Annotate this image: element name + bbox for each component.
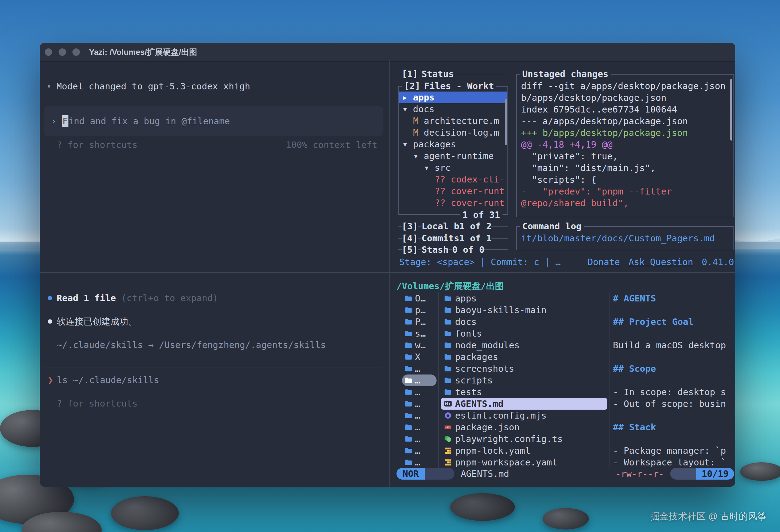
watermark-text: 掘金技术社区 @ 古时的风筝 [650, 511, 767, 522]
command-log-panel: Command log it/blob/master/docs/Custom_P… [516, 226, 734, 250]
folder-icon [444, 306, 452, 314]
ask-question-link[interactable]: Ask Question [629, 256, 693, 268]
parent-folder-row[interactable]: … [402, 421, 437, 433]
unstaged-panel-title: Unstaged changes [520, 68, 611, 80]
folder-icon [404, 447, 412, 455]
modified-badge: M [413, 115, 419, 127]
symlink-path-line: ~/.claude/skills → /Users/fengzheng/.age… [57, 339, 326, 351]
folder-icon [444, 376, 452, 384]
files-panel: [2] Files - Workt ▸ apps ▾ docs M [398, 86, 508, 215]
tree-row[interactable]: ?? cover-runt [399, 185, 507, 197]
donate-link[interactable]: Donate [588, 256, 620, 268]
tree-row[interactable]: M decision-log.m [399, 127, 507, 138]
section-number: [5] [402, 244, 418, 255]
tree-row[interactable]: ?? codex-cli- [399, 174, 507, 185]
desktop: 掘金技术社区 @ 古时的风筝 Yazi: /Volumes/扩展硬盘/出图 Mo… [0, 0, 780, 532]
commits-section-header[interactable]: [4] Commits 1 of 1 [398, 232, 508, 244]
command-text[interactable]: ls ~/.claude/skills [57, 374, 159, 386]
preview-line: # AGENTS [613, 292, 734, 304]
tree-row[interactable]: ▾ packages [399, 138, 507, 150]
file-row[interactable]: docs [441, 316, 607, 328]
diff-view[interactable]: diff --git a/apps/desktop/package.json b… [521, 80, 730, 209]
diff-line: --- a/apps/desktop/package.json [521, 115, 730, 127]
preview-column: # AGENTS ## Project Goal Build a macOS d… [613, 292, 734, 468]
parent-folder-row[interactable]: … [402, 363, 437, 375]
file-permissions: -rw-r--r- [616, 468, 664, 480]
parent-folder-row[interactable]: O… [402, 292, 437, 304]
stash-section-header[interactable]: [5] Stash 0 of 0 [398, 244, 508, 255]
folder-icon [444, 318, 452, 326]
expanded-arrow-icon: ▾ [424, 162, 429, 174]
folder-icon [404, 365, 412, 373]
parent-folder-row[interactable]: P… [402, 316, 437, 328]
diff-removed-line: - "predev": "pnpm --filter [521, 186, 730, 197]
file-row[interactable]: scripts [441, 375, 607, 386]
tree-row[interactable]: ?? cover-runt [399, 197, 507, 209]
file-row[interactable]: node_modules [441, 339, 607, 351]
tree-row[interactable]: ▾ agent-runtime [399, 150, 507, 162]
pane-divider-horizontal[interactable] [40, 272, 735, 273]
prompt-input[interactable]: › F ind and fix a bug in @filename [44, 106, 383, 136]
file-row[interactable]: baoyu-skills-main [441, 304, 607, 316]
branches-section-header[interactable]: [3] Local b 1 of 2 [398, 221, 508, 232]
pnpm-icon [444, 447, 452, 455]
file-meta-segment [425, 468, 454, 480]
position-meta-segment [670, 468, 696, 480]
file-row[interactable]: apps [441, 292, 607, 304]
current-path: /Volumes/扩展硬盘/出图 [396, 280, 504, 292]
keybinding-hints: Stage: <space> | Commit: c | … [399, 256, 561, 268]
file-row[interactable]: package.json [441, 421, 607, 433]
parent-folder-row[interactable]: p… [402, 304, 437, 316]
file-row[interactable]: fonts [441, 328, 607, 339]
section-title: Local b [422, 221, 459, 232]
tree-row[interactable]: M architecture.m [399, 115, 507, 127]
tree-row[interactable]: ▸ apps [399, 92, 507, 103]
file-row[interactable]: packages [441, 351, 607, 363]
parent-folder-row[interactable]: s… [402, 328, 437, 339]
parent-folder-row-current[interactable]: … [402, 375, 437, 386]
diff-line: "main": "dist/main.js", [521, 162, 730, 174]
preview-line: ## Project Goal [613, 316, 734, 328]
minimize-button[interactable] [59, 48, 66, 56]
section-title: Status [422, 68, 454, 80]
diff-line: diff --git a/apps/desktop/package.json [521, 80, 730, 92]
read-file-message[interactable]: Read 1 file [57, 292, 116, 304]
parent-folder-row[interactable]: w… [402, 339, 437, 351]
folder-icon [404, 294, 412, 302]
scrollbar[interactable] [730, 79, 732, 141]
file-row[interactable]: playwright.config.ts [441, 433, 607, 445]
expanded-arrow-icon: ▾ [402, 103, 407, 115]
section-title: Commits [422, 232, 459, 244]
parent-folder-row[interactable]: X [402, 351, 437, 363]
parent-folder-row[interactable]: … [402, 433, 437, 445]
prompt-chevron-icon: › [51, 115, 56, 127]
tree-row[interactable]: ▾ src [399, 162, 507, 174]
folder-icon [404, 458, 412, 466]
file-row-selected[interactable]: AGENTS.md [441, 398, 607, 409]
parent-folder-row[interactable]: … [402, 445, 437, 456]
file-row[interactable]: pnpm-lock.yaml [441, 445, 607, 456]
tree-row[interactable]: ▾ docs [399, 103, 507, 115]
parent-folder-row[interactable]: … [402, 456, 437, 468]
file-row[interactable]: eslint.config.mjs [441, 409, 607, 421]
parent-folder-row[interactable]: … [402, 386, 437, 398]
folder-icon [404, 353, 412, 361]
preview-line: Build a macOS desktop [613, 339, 734, 351]
section-title: Stash [422, 244, 448, 255]
symlink-created-message: 软连接已创建成功。 [57, 316, 137, 327]
preview-line [613, 328, 734, 339]
close-button[interactable] [45, 48, 52, 56]
zoom-button[interactable] [72, 48, 80, 56]
version-label: 0.41.0 [702, 256, 734, 268]
parent-folder-row[interactable]: … [402, 398, 437, 409]
file-row[interactable]: screenshots [441, 363, 607, 375]
parent-column: O… p… P… s… w… [402, 292, 437, 468]
file-row[interactable]: tests [441, 386, 607, 398]
parent-folder-row[interactable]: … [402, 409, 437, 421]
status-section-header[interactable]: [1] Status [398, 68, 508, 80]
pane-divider-vertical[interactable] [389, 61, 390, 487]
scrollbar[interactable] [505, 99, 507, 145]
status-dot-icon [48, 296, 52, 300]
file-row[interactable]: pnpm-workspace.yaml [441, 456, 607, 468]
preview-line: - In scope: desktop s [613, 386, 734, 398]
